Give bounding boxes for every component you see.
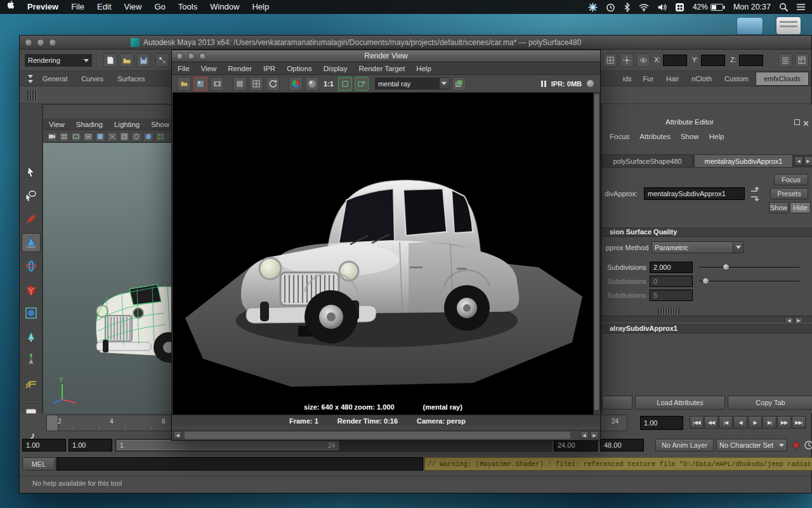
apple-menu[interactable] (0, 0, 21, 14)
rv-scroll-left-icon[interactable]: ◀ (173, 431, 182, 439)
ae-section-surface-quality[interactable]: sion Surface Quality (602, 226, 812, 237)
playback-end-input[interactable]: 24.00 (554, 439, 598, 451)
panel-close-icon[interactable] (802, 118, 809, 125)
command-language-button[interactable]: MEL (22, 457, 55, 471)
snap-to-point-icon[interactable] (620, 53, 634, 67)
rv-scroll-left2-icon[interactable]: ◀ (580, 431, 589, 439)
minimize-window-button[interactable] (37, 39, 44, 46)
step-forward-key-button[interactable]: ▶| (763, 416, 776, 429)
ae-subdiv-input-2[interactable]: 0 (650, 276, 693, 287)
rv-render-layers-icon[interactable] (452, 77, 466, 91)
rv-snapshot-icon[interactable] (338, 77, 352, 91)
play-forwards-button[interactable]: ▶ (748, 416, 762, 429)
scale-tool[interactable] (22, 280, 41, 299)
auto-keyframe-icon[interactable] (791, 440, 801, 450)
ae-tab-scroll-right[interactable]: ▶ (804, 156, 812, 166)
coord-y-input[interactable] (701, 55, 725, 66)
viewport-safe-title-icon[interactable] (131, 132, 141, 142)
ae-presets-button[interactable]: Presets (770, 188, 808, 199)
rv-vertical-scrollbar[interactable] (593, 93, 599, 415)
viewport-shading-icon[interactable] (143, 132, 154, 142)
zoom-window-button[interactable] (49, 39, 56, 46)
shelf-tab-fluids[interactable]: ids (618, 72, 636, 85)
rv-menu-ipr[interactable]: IPR (258, 62, 281, 75)
rv-renderer-select[interactable]: mental ray (375, 77, 450, 90)
render-view-titlebar[interactable]: Render View (172, 50, 600, 62)
lasso-select-tool[interactable] (22, 186, 41, 205)
go-to-end-button[interactable]: ▶▶| (792, 416, 806, 429)
menu-view[interactable]: View (118, 0, 148, 14)
animation-preferences-icon[interactable] (804, 440, 812, 450)
shelf-tab-custom[interactable]: Custom (719, 72, 754, 85)
shelf-tab-ncloth[interactable]: nCloth (686, 72, 717, 85)
viewport-resolution-gate-icon[interactable] (83, 132, 93, 142)
channel-box-toggle-icon[interactable] (778, 53, 792, 67)
viewport-grid-icon[interactable] (59, 132, 69, 142)
open-scene-icon[interactable] (120, 53, 134, 67)
animation-end-input[interactable]: 48.00 (600, 439, 644, 451)
ae-frame-grip[interactable] (658, 307, 679, 314)
viewport-menu-show[interactable]: Show (145, 118, 175, 131)
rv-pause-ipr-icon[interactable] (541, 81, 546, 87)
select-tool[interactable] (22, 163, 41, 182)
step-forward-frame-button[interactable]: ▶▶ (777, 416, 791, 429)
ae-show-button[interactable]: Show (769, 202, 789, 213)
playback-start-input[interactable]: 1.00 (69, 439, 112, 451)
rv-open-image-icon[interactable] (177, 77, 191, 91)
shelf-tab-general[interactable]: General (36, 72, 74, 85)
range-slider[interactable]: 1 24 (115, 439, 551, 451)
shelf-tab-emfxclouds[interactable]: emfxClouds (756, 72, 809, 86)
current-time-input[interactable]: 1.00 (640, 416, 683, 430)
ae-focus-button[interactable]: Focus (774, 174, 808, 185)
viewport-camera-icon[interactable] (47, 132, 57, 142)
ae-section-node[interactable]: alraySubdivApprox1 (602, 323, 812, 333)
rv-horizontal-scrollbar[interactable]: ◀ ◀ ▶ (172, 430, 600, 440)
step-back-frame-button[interactable]: ◀◀ (704, 416, 718, 429)
anim-layer-button[interactable]: No Anim Layer (655, 439, 714, 451)
menuset-selector[interactable]: Rendering (25, 54, 92, 67)
animation-start-input[interactable]: 1.00 (22, 439, 66, 451)
wifi-icon[interactable] (639, 3, 649, 11)
go-to-start-button[interactable]: |◀◀ (690, 416, 704, 429)
coord-x-input[interactable] (663, 55, 687, 66)
ae-menu-show[interactable]: Show (677, 130, 703, 143)
ae-load-attributes-button[interactable]: Load Attributes (635, 396, 725, 410)
ae-menu-attributes[interactable]: Attributes (636, 130, 674, 143)
ae-approx-method-select[interactable]: Parametric (652, 241, 743, 253)
rv-menu-render-target[interactable]: Render Target (353, 62, 411, 75)
ae-copy-tab-button[interactable]: Copy Tab (728, 396, 812, 410)
viewport-menu-shading[interactable]: Shading (70, 118, 108, 131)
move-tool[interactable] (22, 233, 41, 252)
panel-detach-icon[interactable] (794, 119, 800, 125)
last-tool-used[interactable] (22, 374, 41, 393)
shelf-grip[interactable] (27, 90, 37, 100)
viewport-gate-mask-icon[interactable] (95, 132, 105, 142)
notification-center-icon[interactable] (796, 3, 806, 11)
coord-z-input[interactable] (739, 55, 763, 66)
viewport-menu-view[interactable]: View (43, 118, 70, 131)
rv-menu-options[interactable]: Options (281, 62, 318, 75)
rv-keep-image-icon[interactable] (193, 77, 207, 91)
rv-alpha-channel-icon[interactable] (305, 77, 319, 91)
rv-render-icon[interactable] (233, 77, 247, 91)
universal-manipulator-tool[interactable] (22, 304, 41, 323)
attribute-editor-toggle-icon[interactable] (795, 53, 809, 67)
shelf-tab-curves[interactable]: Curves (75, 72, 110, 85)
viewport-film-gate-icon[interactable] (71, 132, 81, 142)
ae-select-button[interactable] (602, 396, 632, 410)
menu-window[interactable]: Window (204, 0, 246, 14)
ae-focus-arrow-up-icon[interactable] (750, 184, 761, 192)
maya-titlebar[interactable]: Autodesk Maya 2013 x64: /Users/venkatara… (20, 36, 811, 50)
command-feedback-bar[interactable]: // Warning: (Mayatomr.Shader) : file1: r… (424, 457, 812, 471)
app-swirl-icon[interactable] (588, 3, 598, 12)
shelf-tab-surfaces[interactable]: Surfaces (111, 72, 151, 85)
new-scene-icon[interactable] (103, 53, 117, 67)
ae-menu-focus[interactable]: Focus (606, 130, 633, 143)
ae-subdiv-input-3[interactable]: 5 (650, 290, 693, 301)
rv-menu-view[interactable]: View (195, 62, 223, 75)
play-backwards-button[interactable]: ◀ (733, 416, 747, 429)
ae-subdiv-slider-1[interactable] (699, 262, 799, 273)
shelf-tab-hair[interactable]: Hair (660, 72, 684, 85)
rv-render-region-grid-icon[interactable] (249, 77, 263, 91)
rv-menu-display[interactable]: Display (318, 62, 353, 75)
